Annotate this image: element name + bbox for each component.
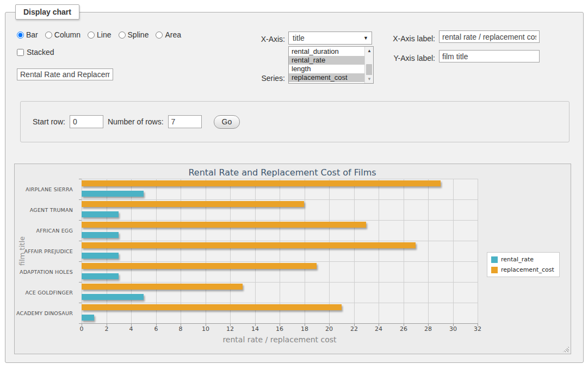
stacked-option[interactable]: Stacked	[17, 48, 54, 57]
legend-item-replacement_cost[interactable]: replacement_cost	[491, 266, 554, 273]
chart-type-option-area[interactable]: Area	[156, 30, 181, 39]
chart-type-option-bar[interactable]: Bar	[17, 30, 38, 39]
y-tick-mark	[79, 303, 82, 303]
resize-grip-icon[interactable]	[563, 346, 569, 352]
gridline-row-boundary	[82, 179, 478, 179]
scroll-up-icon[interactable]: ▲	[365, 47, 374, 55]
legend-item-rental_rate[interactable]: rental_rate	[491, 256, 554, 263]
chart-title: Rental Rate and Replacement Cost of Film…	[15, 167, 550, 178]
x-tick-label: 6	[147, 325, 165, 333]
chart-type-option-spline[interactable]: Spline	[119, 30, 149, 39]
gridline-x-22	[354, 179, 355, 323]
x-tick-label: 26	[395, 325, 412, 333]
x-axis-select[interactable]: title ▼	[288, 32, 372, 45]
x-tick-label: 4	[122, 325, 140, 333]
category-label: AIRPLANE SIERRA	[15, 179, 77, 199]
bar-replacement_cost-affair-prejudice[interactable]	[82, 242, 416, 248]
radio-label: Area	[165, 30, 181, 39]
go-button[interactable]: Go	[214, 115, 240, 129]
scrollbar-thumb[interactable]	[366, 64, 372, 76]
x-axis-select-label: X-Axis:	[238, 35, 285, 43]
x-axis-label-input[interactable]	[439, 30, 540, 43]
series-option-replacement_cost[interactable]: replacement_cost	[289, 73, 364, 82]
y-axis-label-input[interactable]	[439, 50, 540, 62]
chart-legend: rental_ratereplacement_cost	[487, 252, 560, 277]
radio-column[interactable]	[45, 32, 52, 39]
x-axis-selected-value: title	[293, 34, 305, 42]
chart-type-group: BarColumnLineSplineArea	[17, 30, 181, 39]
legend-swatch-rental_rate	[491, 256, 498, 263]
x-tick-label: 20	[320, 325, 338, 333]
series-option-rental_rate[interactable]: rental_rate	[289, 56, 364, 65]
x-tick-label: 0	[73, 325, 90, 333]
gridline-row-boundary	[82, 303, 478, 303]
series-scrollbar[interactable]: ▲ ▼	[364, 47, 373, 83]
chart-container: Rental Rate and Replacement Cost of Film…	[14, 164, 571, 354]
series-option-length[interactable]: length	[289, 65, 364, 73]
bar-replacement_cost-airplane-sierra[interactable]	[82, 180, 441, 186]
chart-plot-area	[82, 179, 478, 323]
category-label: AFRICAN EGG	[15, 220, 77, 241]
bar-rental_rate-ace-goldfinger[interactable]	[82, 294, 144, 300]
y-tick-mark	[79, 261, 82, 262]
start-row-input[interactable]	[70, 115, 103, 128]
gridline-x-18	[305, 179, 305, 323]
gridline-row-boundary	[82, 282, 478, 283]
radio-label: Line	[97, 30, 111, 39]
gridline-row-boundary	[82, 261, 478, 262]
bar-replacement_cost-academy-dinosaur[interactable]	[82, 304, 342, 310]
bar-rental_rate-airplane-sierra[interactable]	[82, 191, 144, 197]
gridline-row-boundary	[82, 199, 478, 200]
gridline-x-6	[156, 179, 157, 323]
series-listbox[interactable]: rental_durationrental_ratelengthreplacem…	[288, 46, 374, 84]
y-tick-mark	[79, 179, 82, 179]
bar-rental_rate-affair-prejudice[interactable]	[82, 253, 119, 259]
chevron-down-icon: ▼	[363, 35, 368, 41]
bar-replacement_cost-adaptation-holes[interactable]	[82, 263, 317, 269]
legend-label: replacement_cost	[501, 266, 554, 273]
stacked-checkbox[interactable]	[17, 49, 24, 56]
x-tick-label: 32	[469, 325, 486, 333]
x-tick-label: 8	[172, 325, 189, 333]
bar-replacement_cost-african-egg[interactable]	[82, 222, 366, 228]
radio-line[interactable]	[88, 32, 95, 39]
x-axis-line	[82, 323, 478, 324]
scroll-down-icon[interactable]: ▼	[365, 75, 374, 83]
radio-label: Bar	[26, 30, 38, 39]
x-tick-label: 10	[197, 325, 214, 333]
radio-spline[interactable]	[119, 32, 126, 39]
chart-title-input[interactable]	[17, 68, 113, 80]
bar-rental_rate-academy-dinosaur[interactable]	[82, 315, 94, 321]
y-axis-label-caption: Y-Axis label:	[386, 54, 435, 62]
category-label: ADAPTATION HOLES	[15, 261, 77, 282]
bar-replacement_cost-ace-goldfinger[interactable]	[82, 284, 243, 290]
fieldset-legend: Display chart	[15, 4, 79, 20]
gridline-row-boundary	[82, 220, 478, 221]
gridline-x-32	[478, 179, 478, 323]
category-label: AFFAIR PREJUDICE	[15, 241, 77, 261]
bar-rental_rate-adaptation-holes[interactable]	[82, 273, 119, 279]
radio-area[interactable]	[156, 32, 163, 39]
chart-type-option-line[interactable]: Line	[88, 30, 111, 39]
chart-x-tick-labels: 02468101214161820222426283032	[82, 325, 478, 333]
bar-rental_rate-african-egg[interactable]	[82, 232, 119, 238]
gridline-x-8	[181, 179, 181, 323]
num-rows-input[interactable]	[168, 115, 202, 128]
category-label: ACE GOLDFINGER	[15, 282, 77, 303]
bar-rental_rate-agent-truman[interactable]	[82, 211, 119, 217]
gridline-x-24	[379, 179, 379, 323]
series-option-rental_duration[interactable]: rental_duration	[289, 47, 364, 56]
chart-type-option-column[interactable]: Column	[45, 30, 81, 39]
stacked-label: Stacked	[27, 48, 54, 57]
chart-category-labels: AIRPLANE SIERRAAGENT TRUMANAFRICAN EGGAF…	[15, 179, 77, 323]
bar-replacement_cost-agent-truman[interactable]	[82, 201, 304, 207]
series-options: rental_durationrental_ratelengthreplacem…	[289, 47, 364, 82]
x-tick-label: 2	[98, 325, 115, 333]
gridline-x-0	[82, 179, 82, 323]
x-tick-label: 22	[345, 325, 363, 333]
x-tick-label: 16	[271, 325, 288, 333]
y-tick-mark	[79, 282, 82, 283]
radio-bar[interactable]	[17, 32, 24, 39]
gridline-x-20	[329, 179, 330, 323]
x-axis-label-caption: X-Axis label:	[386, 34, 435, 43]
